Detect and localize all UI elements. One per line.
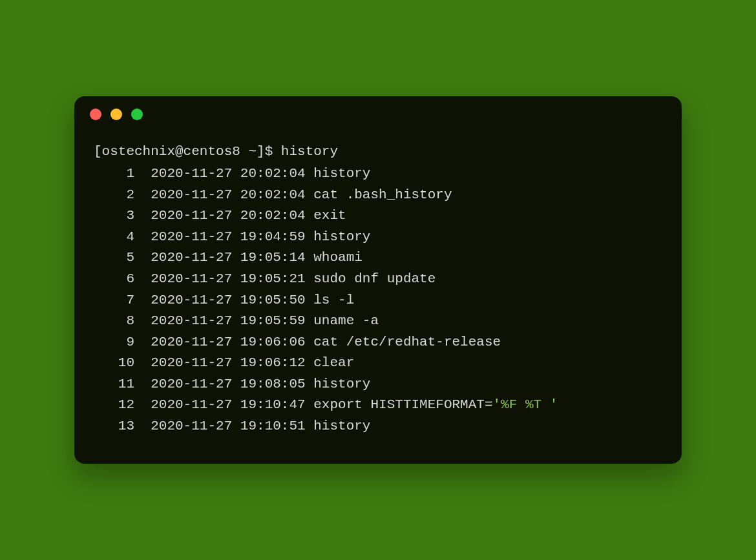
history-entry: 6 2020-11-27 19:05:21 sudo dnf update xyxy=(94,269,662,290)
window-titlebar xyxy=(74,96,682,132)
maximize-icon[interactable] xyxy=(131,109,143,120)
history-entry: 8 2020-11-27 19:05:59 uname -a xyxy=(94,311,662,332)
terminal-output[interactable]: [ostechnix@centos8 ~]$ history 1 2020-11… xyxy=(74,132,682,464)
prompt-line: [ostechnix@centos8 ~]$ history xyxy=(94,141,662,163)
history-entry: 7 2020-11-27 19:05:50 ls -l xyxy=(94,290,662,311)
history-entry: 3 2020-11-27 20:02:04 exit xyxy=(94,205,662,227)
history-entry: 5 2020-11-27 19:05:14 whoami xyxy=(94,247,662,269)
history-entry: 13 2020-11-27 19:10:51 history xyxy=(94,416,662,437)
history-entry: 2 2020-11-27 20:02:04 cat .bash_history xyxy=(94,185,662,206)
string-literal: '%F %T ' xyxy=(493,397,558,412)
history-entry: 4 2020-11-27 19:04:59 history xyxy=(94,227,662,248)
terminal-window: [ostechnix@centos8 ~]$ history 1 2020-11… xyxy=(74,96,682,464)
history-entry: 12 2020-11-27 19:10:47 export HISTTIMEFO… xyxy=(94,395,662,416)
history-entry: 9 2020-11-27 19:06:06 cat /etc/redhat-re… xyxy=(94,332,662,353)
minimize-icon[interactable] xyxy=(110,109,122,120)
history-entry: 11 2020-11-27 19:08:05 history xyxy=(94,374,662,395)
history-entry: 10 2020-11-27 19:06:12 clear xyxy=(94,353,662,374)
history-entry: 1 2020-11-27 20:02:04 history xyxy=(94,163,662,185)
close-icon[interactable] xyxy=(90,109,101,120)
